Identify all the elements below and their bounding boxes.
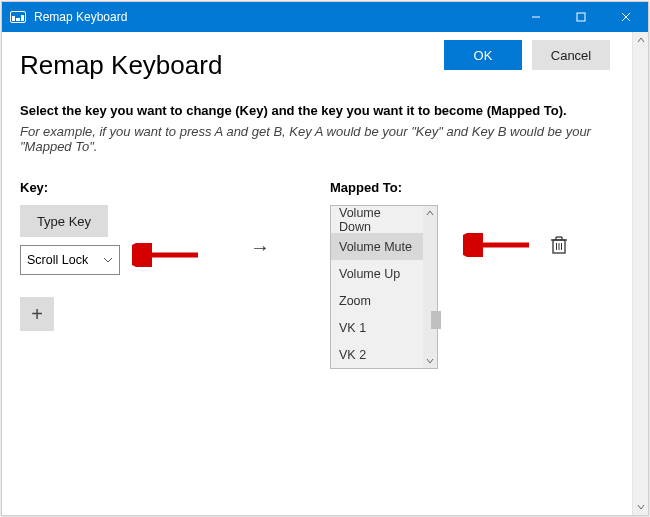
key-dropdown-value: Scroll Lock: [27, 253, 103, 267]
listbox-scrollbar[interactable]: [423, 206, 437, 368]
instruction-example: For example, if you want to press A and …: [20, 124, 610, 154]
mapped-listbox[interactable]: Volume DownVolume MuteVolume UpZoomVK 1V…: [330, 205, 438, 369]
listbox-item[interactable]: Zoom: [331, 287, 423, 314]
scroll-up-icon[interactable]: [633, 32, 649, 48]
app-icon: [10, 11, 26, 23]
arrow-column: →: [190, 180, 330, 259]
minimize-button[interactable]: [513, 2, 558, 32]
chevron-down-icon: [103, 255, 113, 265]
maximize-icon: [576, 12, 586, 22]
titlebar: Remap Keyboard: [2, 2, 648, 32]
listbox-item[interactable]: Volume Up: [331, 260, 423, 287]
titlebar-title: Remap Keyboard: [34, 10, 513, 24]
key-dropdown[interactable]: Scroll Lock: [20, 245, 120, 275]
instruction-primary: Select the key you want to change (Key) …: [20, 103, 610, 118]
close-button[interactable]: [603, 2, 648, 32]
key-label: Key:: [20, 180, 190, 195]
window-frame: Remap Keyboard OK Cancel Remap Keyboard …: [1, 1, 649, 516]
listbox-item[interactable]: VK 2: [331, 341, 423, 368]
delete-button[interactable]: [550, 235, 568, 259]
add-row-button[interactable]: +: [20, 297, 54, 331]
type-key-button[interactable]: Type Key: [20, 205, 108, 237]
minimize-icon: [531, 12, 541, 22]
listbox-item[interactable]: VK 1: [331, 314, 423, 341]
scroll-down-icon[interactable]: [426, 354, 434, 368]
close-icon: [621, 12, 631, 22]
content: OK Cancel Remap Keyboard Select the key …: [2, 32, 632, 515]
mapped-label: Mapped To:: [330, 180, 610, 195]
window-scrollbar[interactable]: [632, 32, 648, 515]
ok-button[interactable]: OK: [444, 40, 522, 70]
window-controls: [513, 2, 648, 32]
trash-icon: [550, 235, 568, 255]
cancel-button[interactable]: Cancel: [532, 40, 610, 70]
scroll-up-icon[interactable]: [426, 206, 434, 220]
listbox-item[interactable]: Volume Down: [331, 206, 423, 233]
scrollbar-thumb[interactable]: [431, 311, 441, 329]
content-wrap: OK Cancel Remap Keyboard Select the key …: [2, 32, 648, 515]
maximize-button[interactable]: [558, 2, 603, 32]
annotation-arrow-mapped: [463, 233, 533, 257]
key-column: Key: Type Key Scroll Lock +: [20, 180, 190, 331]
arrow-right-icon: →: [250, 236, 270, 259]
mapped-column: Mapped To: Volume DownVolume MuteVolume …: [330, 180, 610, 369]
scroll-down-icon[interactable]: [633, 499, 649, 515]
listbox-item[interactable]: Volume Mute: [331, 233, 423, 260]
remap-columns: Key: Type Key Scroll Lock + → Mapped To: [20, 180, 610, 369]
svg-rect-1: [577, 13, 585, 21]
